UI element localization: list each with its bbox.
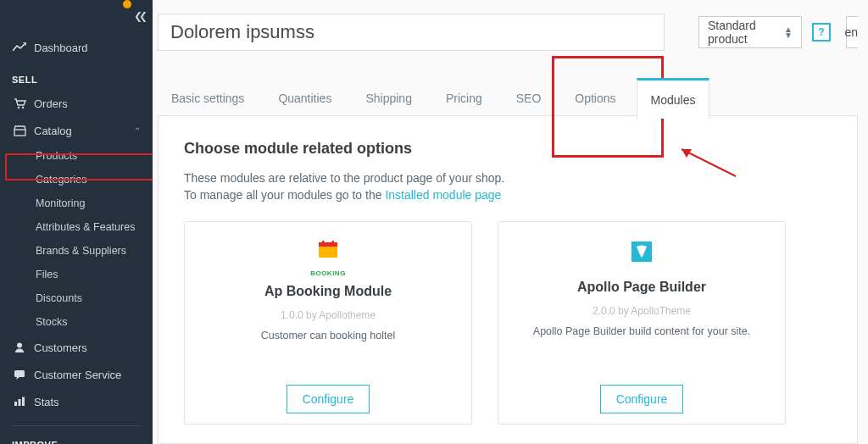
title-bar: Standard product ▲▼ ? en <box>158 12 858 53</box>
svg-rect-10 <box>322 241 325 245</box>
sidebar-item-label: Stocks <box>36 316 68 328</box>
sort-icon: ▲▼ <box>784 26 793 38</box>
sidebar-item-label: Catalog <box>34 125 72 137</box>
sidebar-catalog-submenu: Products Categories Monitoring Attribute… <box>0 144 153 334</box>
sidebar-item-catalog[interactable]: Catalog ⌃ <box>0 117 153 144</box>
svg-point-0 <box>17 106 19 108</box>
sidebar-item-monitoring[interactable]: Monitoring <box>20 191 153 215</box>
language-select[interactable]: en <box>846 16 858 48</box>
svg-rect-2 <box>14 130 25 136</box>
tab-modules[interactable]: Modules <box>637 78 710 119</box>
sidebar-item-attributes-features[interactable]: Attributes & Features <box>20 215 153 239</box>
svg-rect-7 <box>22 397 25 407</box>
module-card-ap-booking: BOOKING Ap Booking Module 1.0.0 by Apoll… <box>184 221 472 425</box>
sidebar-item-dashboard[interactable]: Dashboard <box>0 34 153 61</box>
person-icon <box>12 341 27 354</box>
sidebar-item-label: Dashboard <box>34 42 88 54</box>
cart-icon <box>12 97 27 110</box>
sidebar-item-categories[interactable]: Categories <box>20 168 153 191</box>
module-description: Apollo Page Builder build content for yo… <box>533 325 750 337</box>
help-button[interactable]: ? <box>812 23 831 42</box>
svg-rect-6 <box>19 399 21 406</box>
notification-dot <box>123 0 131 8</box>
sidebar-section-improve: IMPROVE <box>0 426 153 444</box>
module-byline: 2.0.0 by ApolloTheme <box>593 305 691 317</box>
svg-rect-11 <box>332 241 335 245</box>
sidebar-item-label: Customers <box>34 341 87 354</box>
sidebar-section-sell: SELL <box>0 61 153 90</box>
main-area: Standard product ▲▼ ? en Basic settings … <box>153 0 868 444</box>
booking-module-icon <box>314 237 342 266</box>
tab-basic-settings[interactable]: Basic settings <box>158 78 258 119</box>
collapse-sidebar-icon[interactable]: ❮❮ <box>134 10 144 22</box>
module-title: Ap Booking Module <box>264 284 392 299</box>
product-type-select[interactable]: Standard product ▲▼ <box>698 16 802 48</box>
installed-modules-link[interactable]: Installed module page <box>385 188 501 202</box>
svg-rect-9 <box>319 242 337 247</box>
sidebar-item-label: Attributes & Features <box>36 221 135 233</box>
bars-icon <box>12 395 27 408</box>
sidebar-item-discounts[interactable]: Discounts <box>20 286 153 310</box>
sidebar-item-label: Categories <box>36 174 86 186</box>
tab-seo[interactable]: SEO <box>503 78 555 119</box>
sidebar-item-files[interactable]: Files <box>20 263 153 286</box>
help-icon: ? <box>818 26 824 38</box>
configure-button[interactable]: Configure <box>600 385 684 413</box>
svg-rect-4 <box>14 370 25 377</box>
sidebar-item-stocks[interactable]: Stocks <box>20 310 153 334</box>
trend-icon <box>12 41 27 54</box>
module-card-apollo-page-builder: Apollo Page Builder 2.0.0 by ApolloTheme… <box>498 221 786 425</box>
sidebar-item-products[interactable]: Products <box>20 144 153 168</box>
svg-rect-5 <box>14 402 17 406</box>
store-icon <box>12 124 27 137</box>
sidebar-item-label: Brands & Suppliers <box>36 245 126 257</box>
configure-button[interactable]: Configure <box>287 385 370 413</box>
sidebar-item-label: Products <box>36 150 77 162</box>
svg-point-3 <box>17 343 22 348</box>
page-builder-module-icon <box>627 237 656 266</box>
product-type-label: Standard product <box>708 19 784 46</box>
svg-point-1 <box>21 106 23 108</box>
tab-pricing[interactable]: Pricing <box>432 78 496 119</box>
tab-options[interactable]: Options <box>561 78 629 119</box>
sidebar-item-customers[interactable]: Customers <box>0 334 153 361</box>
tab-quantities[interactable]: Quantities <box>264 78 345 119</box>
sidebar-item-brands-suppliers[interactable]: Brands & Suppliers <box>20 239 153 263</box>
module-cards: BOOKING Ap Booking Module 1.0.0 by Apoll… <box>184 221 832 425</box>
booking-badge: BOOKING <box>310 269 346 277</box>
sidebar-item-label: Discounts <box>36 292 82 304</box>
chevron-up-icon: ⌃ <box>134 126 141 136</box>
sidebar-item-orders[interactable]: Orders <box>0 90 153 117</box>
tabs: Basic settings Quantities Shipping Prici… <box>158 76 868 119</box>
sidebar-item-label: Customer Service <box>34 369 121 381</box>
sidebar-item-customer-service[interactable]: Customer Service <box>0 361 153 388</box>
sidebar-item-label: Stats <box>34 396 59 408</box>
panel-description: These modules are relative to the produc… <box>184 169 832 204</box>
modules-panel: Choose module related options These modu… <box>158 115 858 444</box>
sidebar: ❮❮ Dashboard SELL Orders Catalog ⌃ Produ… <box>0 0 153 444</box>
tab-shipping[interactable]: Shipping <box>352 78 426 119</box>
module-description: Customer can booking holtel <box>261 330 395 341</box>
sidebar-item-label: Orders <box>34 97 68 110</box>
sidebar-item-label: Monitoring <box>36 197 85 209</box>
panel-heading: Choose module related options <box>184 140 832 158</box>
chat-icon <box>12 368 27 381</box>
module-byline: 1.0.0 by Apollotheme <box>281 309 376 321</box>
module-title: Apollo Page Builder <box>577 280 706 295</box>
sidebar-item-label: Files <box>36 269 58 280</box>
sidebar-item-stats[interactable]: Stats <box>0 388 153 415</box>
product-name-input[interactable] <box>158 14 665 51</box>
